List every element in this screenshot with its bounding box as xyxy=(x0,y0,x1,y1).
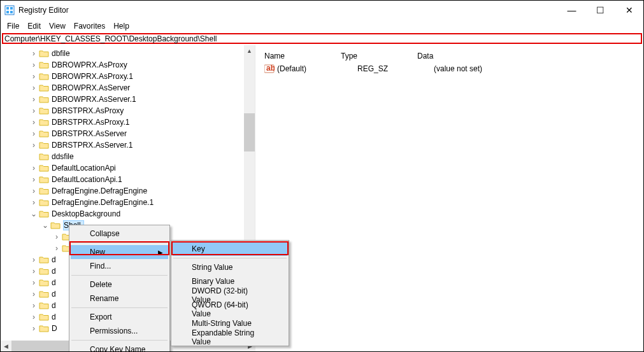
maximize-button[interactable]: ☐ xyxy=(586,1,615,20)
folder-icon xyxy=(39,267,49,276)
col-type[interactable]: Type xyxy=(337,49,413,63)
address-text: Computer\HKEY_CLASSES_ROOT\DesktopBackgr… xyxy=(4,34,217,43)
col-name[interactable]: Name xyxy=(261,49,337,63)
svg-rect-1 xyxy=(6,7,9,10)
separator xyxy=(71,243,168,243)
tree-item-label: DBROWPRX.AsProxy xyxy=(52,60,127,69)
menu-favorites[interactable]: Favorites xyxy=(70,20,109,32)
tree-item[interactable]: ›DefaultLocationApi xyxy=(1,162,255,174)
folder-icon xyxy=(39,129,49,138)
expand-icon[interactable]: › xyxy=(29,106,39,115)
ctx-copy-key-name[interactable]: Copy Key Name xyxy=(71,342,168,352)
tree-item-label: DefragEngine.DefragEngine xyxy=(52,187,147,195)
ctx-new-label: New xyxy=(90,248,105,257)
ctx-find[interactable]: Find... xyxy=(71,259,168,273)
folder-icon xyxy=(39,152,49,161)
tree-item[interactable]: ›DBROWPRX.AsProxy xyxy=(1,59,255,71)
menu-edit[interactable]: Edit xyxy=(24,20,45,32)
expand-icon[interactable]: › xyxy=(29,198,39,207)
folder-icon xyxy=(39,255,49,264)
collapse-icon[interactable]: ⌄ xyxy=(29,209,39,218)
ctx-new-qword[interactable]: QWORD (64-bit) Value xyxy=(173,302,287,316)
ctx-new-key[interactable]: Key xyxy=(173,242,287,256)
tree-item-label: d xyxy=(52,290,56,299)
svg-rect-2 xyxy=(10,7,13,10)
minimize-button[interactable]: — xyxy=(557,1,586,20)
folder-icon xyxy=(39,324,49,333)
tree-item[interactable]: ›DBROWPRX.AsProxy.1 xyxy=(1,71,255,82)
tree-item[interactable]: ›dbfile xyxy=(1,48,255,59)
ctx-new[interactable]: New▶ xyxy=(71,245,168,259)
value-name: (Default) xyxy=(277,63,354,74)
tree-item[interactable]: ›DefaultLocationApi.1 xyxy=(1,174,255,185)
collapse-icon[interactable]: ⌄ xyxy=(40,221,50,230)
ctx-rename[interactable]: Rename xyxy=(71,292,168,306)
values-pane: Name Type Data ab (Default) REG_SZ (valu… xyxy=(255,45,643,339)
expand-icon[interactable]: › xyxy=(29,187,39,195)
menu-help[interactable]: Help xyxy=(110,20,133,32)
expand-icon[interactable]: › xyxy=(29,49,39,58)
tree-item[interactable]: ›DBRSTPRX.AsServer.1 xyxy=(1,139,255,151)
context-submenu-new: Key String Value Binary Value DWORD (32-… xyxy=(171,240,289,346)
tree-item-label: DefaultLocationApi.1 xyxy=(52,175,122,184)
tree-item[interactable]: ›DBRSTPRX.AsProxy xyxy=(1,105,255,116)
expand-icon[interactable]: › xyxy=(29,313,39,321)
menu-file[interactable]: File xyxy=(3,20,23,32)
expand-icon[interactable]: › xyxy=(52,244,62,253)
expand-icon[interactable]: › xyxy=(29,324,39,333)
tree-item[interactable]: ›DBRSTPRX.AsServer xyxy=(1,128,255,139)
context-menu: Collapse New▶ Find... Delete Rename Expo… xyxy=(69,225,170,352)
folder-icon xyxy=(39,118,49,127)
close-button[interactable]: ✕ xyxy=(615,1,643,20)
submenu-arrow-icon: ▶ xyxy=(158,249,163,256)
expand-icon[interactable]: › xyxy=(29,95,39,104)
ctx-export[interactable]: Export xyxy=(71,310,168,324)
tree-item-label: DesktopBackground xyxy=(52,209,120,218)
tree-item[interactable]: ddsfile xyxy=(1,151,255,162)
expand-icon[interactable]: › xyxy=(29,290,39,299)
expand-icon[interactable]: › xyxy=(29,118,39,127)
ctx-new-expandable[interactable]: Expandable String Value xyxy=(173,330,287,344)
address-bar[interactable]: Computer\HKEY_CLASSES_ROOT\DesktopBackgr… xyxy=(2,33,642,44)
expand-icon[interactable]: › xyxy=(29,175,39,184)
tree-item-label: DBRSTPRX.AsProxy xyxy=(52,106,124,115)
expand-icon[interactable]: › xyxy=(29,83,39,92)
scroll-left-icon[interactable]: ◀ xyxy=(1,341,11,351)
expand-icon[interactable]: › xyxy=(29,164,39,172)
tree-item[interactable]: ›DBROWPRX.AsServer.1 xyxy=(1,94,255,105)
scroll-thumb[interactable] xyxy=(244,113,255,151)
expand-icon[interactable]: › xyxy=(29,255,39,264)
list-row[interactable]: ab (Default) REG_SZ (value not set) xyxy=(261,63,643,74)
separator xyxy=(173,258,287,258)
expand-icon[interactable]: › xyxy=(29,72,39,81)
expand-icon[interactable]: › xyxy=(29,129,39,138)
tree-item-label: d xyxy=(52,267,56,276)
expand-icon[interactable]: › xyxy=(29,141,39,150)
tree-item[interactable]: ›DBROWPRX.AsServer xyxy=(1,82,255,94)
col-data[interactable]: Data xyxy=(413,49,541,63)
folder-icon xyxy=(39,301,49,310)
expand-icon[interactable]: › xyxy=(29,267,39,276)
folder-icon xyxy=(39,290,49,299)
svg-rect-3 xyxy=(6,11,9,13)
expand-icon[interactable]: › xyxy=(29,278,39,287)
tree-item[interactable]: ›DBRSTPRX.AsProxy.1 xyxy=(1,116,255,128)
ctx-new-string[interactable]: String Value xyxy=(173,260,287,274)
app-icon xyxy=(4,5,15,15)
expand-icon[interactable]: › xyxy=(52,232,62,241)
ctx-delete[interactable]: Delete xyxy=(71,278,168,292)
ctx-permissions[interactable]: Permissions... xyxy=(71,324,168,338)
tree-item[interactable]: ›DefragEngine.DefragEngine xyxy=(1,185,255,197)
window-controls: — ☐ ✕ xyxy=(557,1,643,20)
expand-icon[interactable]: › xyxy=(29,301,39,310)
folder-icon xyxy=(50,221,61,230)
window-title: Registry Editor xyxy=(18,6,557,15)
menu-view[interactable]: View xyxy=(45,20,69,32)
tree-item-label: DBRSTPRX.AsProxy.1 xyxy=(52,118,129,127)
tree-item[interactable]: ›DefragEngine.DefragEngine.1 xyxy=(1,197,255,208)
scroll-up-icon[interactable]: ▲ xyxy=(244,45,255,56)
expand-icon[interactable]: › xyxy=(29,60,39,69)
tree-item[interactable]: ⌄DesktopBackground xyxy=(1,208,255,220)
tree-item-label: dbfile xyxy=(52,49,70,58)
ctx-collapse[interactable]: Collapse xyxy=(71,227,168,241)
